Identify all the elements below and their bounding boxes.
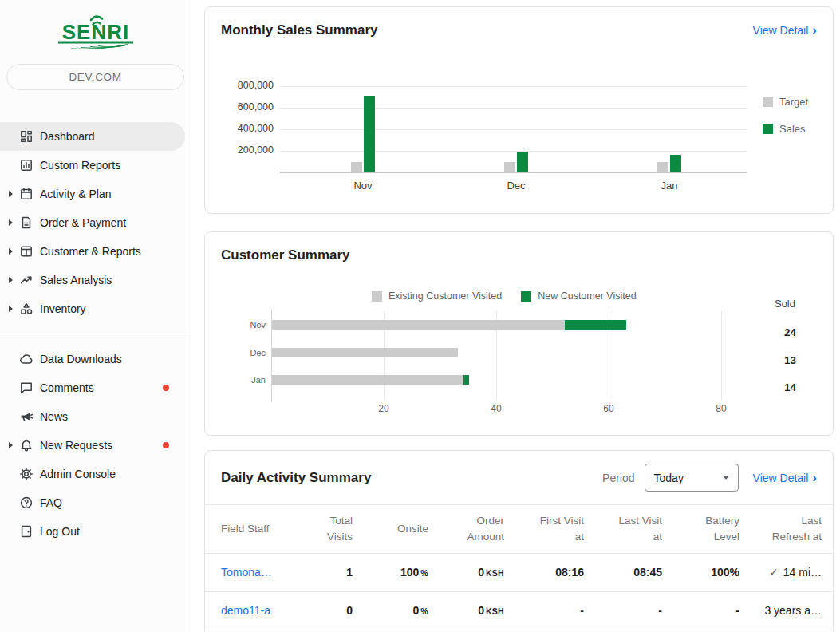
sidebar-item-label: FAQ [40,496,62,509]
dashboard-icon [19,129,34,144]
cloud-icon [19,352,34,366]
last-refresh-cell: ✓14 mi… [739,553,834,591]
gridline [280,108,747,109]
sidebar-item-label: News [40,410,68,423]
chat-icon [19,381,34,395]
gridline [280,86,747,87]
column-header-last-refresh-at: Last Refresh at [739,505,834,553]
expand-chevron-icon[interactable] [9,306,13,312]
sidebar-item-label: Order & Payment [40,216,126,229]
bar-target-nov [351,162,362,173]
bar-chart-icon [19,158,34,172]
sidebar-item-inventory[interactable]: Inventory [0,294,191,323]
table-icon [19,244,34,259]
sidebar-item-comments[interactable]: Comments [0,373,191,402]
sidebar-item-label: Sales Analysis [40,274,112,286]
sidebar-item-news[interactable]: News [0,402,191,431]
sidebar-item-customer-reports[interactable]: Customer & Reports [0,237,191,266]
gridline [721,310,722,400]
bar-target-dec [504,162,515,173]
y-axis-label: 600,000 [205,101,274,113]
field-staff-cell: demo11-a [205,591,297,630]
field-staff-link[interactable]: Tomona… [221,566,272,579]
table-row: demo11-a00%0KSH---3 years a… [205,591,834,630]
sold-value-dec: 13 [764,354,796,366]
total-visits-cell: 1 [297,553,353,591]
sidebar-item-data-downloads[interactable]: Data Downloads [0,345,191,373]
onsite-cell: 100% [353,553,428,591]
percent-unit: % [420,606,428,616]
monthly-view-detail-link[interactable]: View Detail › [753,24,817,37]
trending-up-icon [19,273,34,287]
period-dropdown[interactable]: Today [645,464,739,492]
bar-sales-dec [517,152,528,172]
sidebar-item-activity-plan[interactable]: Activity & Plan [0,180,191,208]
megaphone-icon [19,409,34,424]
bar-row-jan [272,375,469,385]
dropdown-caret-icon [723,476,729,480]
bar-segment-new-customer-visited [463,375,469,385]
total-visits-cell: 0 [297,591,353,630]
gear-icon [19,467,34,481]
sidebar-item-dashboard[interactable]: Dashboard [0,122,185,151]
main-content: Monthly Sales Summary View Detail › 800,… [191,0,840,632]
expand-chevron-icon[interactable] [9,219,13,226]
battery-level-cell: 100% [662,553,739,591]
expand-chevron-icon[interactable] [9,442,13,448]
sidebar-item-label: Log Out [40,525,80,538]
battery-level-cell: - [662,591,739,630]
sidebar-item-label: Dashboard [40,130,95,143]
monthly-sales-card: Monthly Sales Summary View Detail › 800,… [204,6,834,214]
sidebar-item-faq[interactable]: FAQ [0,488,191,517]
sidebar-item-label: Custom Reports [40,159,120,172]
sidebar-item-label: Activity & Plan [40,188,111,200]
last-visit-cell: 08:45 [584,553,662,591]
y-axis-label: 200,000 [205,144,274,156]
organization-selector[interactable]: DEV.COM [6,64,184,90]
senri-logo: SENRI [0,8,191,54]
expand-chevron-icon[interactable] [9,191,13,197]
period-label: Period [602,472,634,484]
period-value: Today [654,472,684,484]
column-header-battery-level: Battery Level [662,505,739,553]
category-icon [19,302,34,316]
sold-column-header: Sold [775,298,795,310]
x-axis-label: Nov [335,180,391,192]
y-axis-label: 800,000 [205,80,274,91]
monthly-sales-title: Monthly Sales Summary [221,22,378,38]
sidebar-nav-secondary: Data DownloadsCommentsNewsNew RequestsAd… [0,345,191,546]
sidebar-item-order-payment[interactable]: Order & Payment [0,208,191,237]
sidebar-divider [0,334,191,334]
column-header-field-staff: Field Staff [205,505,297,553]
bar-sales-jan [670,155,681,172]
bar-target-jan [657,162,668,172]
x-axis-label: Jan [641,180,697,192]
x-axis-label: 80 [701,403,741,414]
currency-unit: KSH [486,606,504,616]
sidebar-item-sales-analysis[interactable]: Sales Analysis [0,266,191,294]
x-axis-label: Dec [488,180,544,192]
x-axis-label: 20 [364,403,404,414]
first-visit-cell: 08:16 [504,553,584,591]
daily-activity-card: Daily Activity Summary Period Today View… [204,450,834,632]
order-amount-cell: 0KSH [428,553,504,591]
sidebar-item-new-requests[interactable]: New Requests [0,431,191,460]
sidebar-item-custom-reports[interactable]: Custom Reports [0,151,191,180]
daily-activity-title: Daily Activity Summary [221,470,371,486]
x-axis-label: 40 [476,403,516,414]
daily-activity-table: Field StaffTotal VisitsOnsiteOrder Amoun… [205,505,834,630]
table-row: Tomona…1100%0KSH08:1608:45100%✓14 mi… [205,553,834,591]
row-label-jan: Jan [208,375,266,385]
sidebar-item-label: Customer & Reports [40,245,141,258]
field-staff-link[interactable]: demo11-a [221,604,270,617]
daily-view-detail-link[interactable]: View Detail › [753,472,817,484]
legend-item-new-customer-visited: New Customer Visited [521,290,636,302]
sidebar-item-admin-console[interactable]: Admin Console [0,460,191,488]
sidebar-item-log-out[interactable]: Log Out [0,517,191,546]
sold-value-jan: 14 [764,381,796,393]
expand-chevron-icon[interactable] [9,277,13,283]
expand-chevron-icon[interactable] [9,248,13,255]
logout-icon [19,524,34,539]
monthly-sales-chart: 800,000600,000400,000200,000NovDecJanTar… [205,38,833,202]
onsite-cell: 0% [353,591,428,630]
